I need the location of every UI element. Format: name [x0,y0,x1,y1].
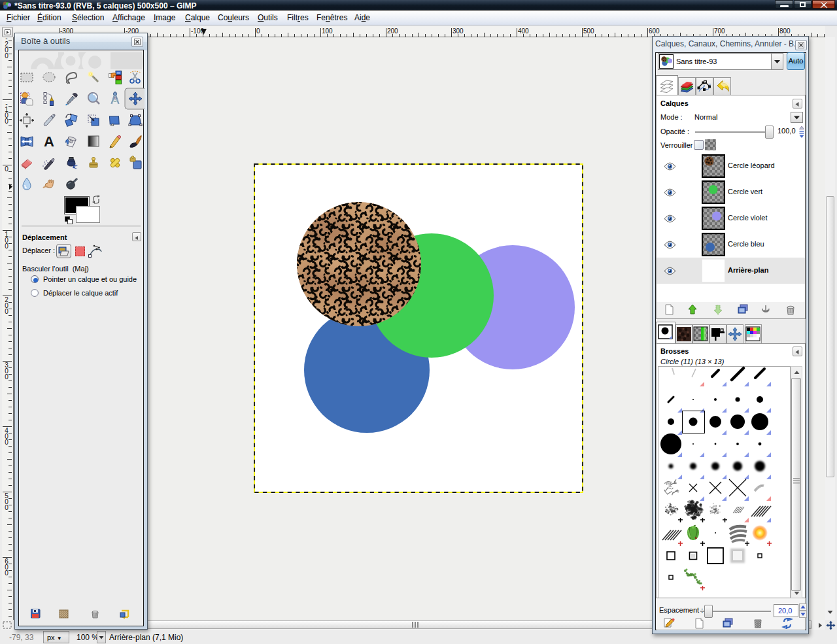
svg-text:A: A [44,133,54,150]
